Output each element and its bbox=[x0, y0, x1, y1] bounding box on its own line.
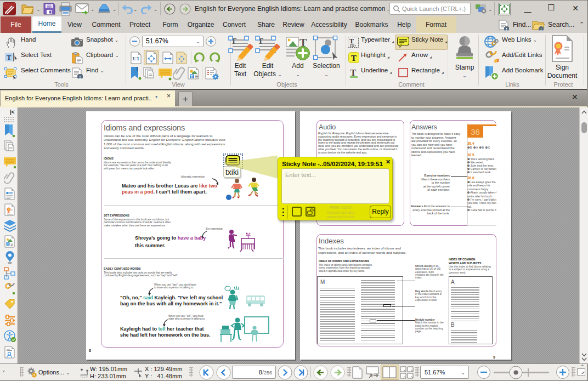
svg-text:1:1: 1:1 bbox=[132, 56, 139, 61]
svg-text:T: T bbox=[190, 74, 193, 79]
svg-text:T: T bbox=[350, 68, 357, 77]
svg-text:T: T bbox=[7, 53, 12, 61]
svg-text:T: T bbox=[351, 54, 357, 62]
